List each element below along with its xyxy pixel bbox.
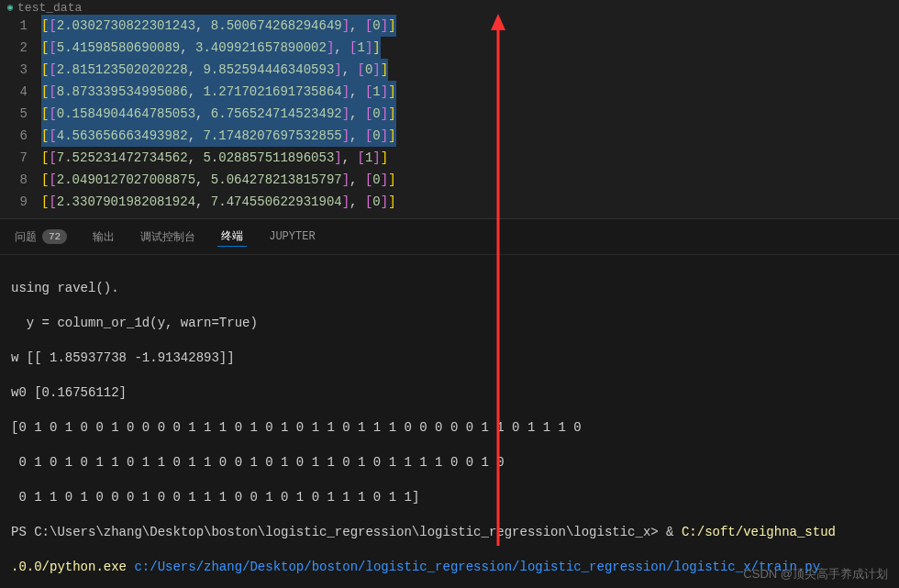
- line-gutter: 123456789: [0, 15, 41, 213]
- code-line[interactable]: [[2.3307901982081924, 7.474550622931904]…: [41, 191, 899, 213]
- gutter-number: 5: [0, 103, 28, 125]
- gutter-number: 9: [0, 191, 28, 213]
- code-line[interactable]: [[5.41598580690089, 3.409921657890002], …: [41, 37, 899, 59]
- terminal-content[interactable]: using ravel(). y = column_or_1d(y, warn=…: [0, 255, 899, 588]
- tab-title: test_data: [17, 1, 82, 15]
- gutter-number: 8: [0, 169, 28, 191]
- gutter-number: 2: [0, 37, 28, 59]
- terminal-line: y = column_or_1d(y, warn=True): [11, 315, 888, 332]
- tab-debug[interactable]: 调试控制台: [137, 227, 199, 247]
- terminal-line: PS C:\Users\zhang\Desktop\boston\logisti…: [11, 524, 888, 541]
- terminal-line: w0 [0.16756112]: [11, 384, 888, 402]
- watermark: CSDN @顶尖高手养成计划: [743, 566, 888, 582]
- problems-badge: 72: [42, 229, 67, 244]
- breadcrumb-bar: ◉ test_data: [0, 0, 899, 15]
- tab-terminal[interactable]: 终端: [217, 227, 247, 247]
- code-line[interactable]: [[2.0302730822301243, 8.500674268294649]…: [41, 15, 899, 37]
- code-line[interactable]: [[4.563656663493982, 7.1748207697532855]…: [41, 125, 899, 147]
- tab-problems-label: 问题: [15, 229, 37, 245]
- code-line[interactable]: [[8.873339534995086, 1.2717021691735864]…: [41, 81, 899, 103]
- code-line[interactable]: [[2.0490127027008875, 5.064278213815797]…: [41, 169, 899, 191]
- gutter-number: 7: [0, 147, 28, 169]
- tab-problems[interactable]: 问题 72: [11, 227, 71, 247]
- file-icon: ◉: [7, 2, 13, 13]
- terminal-line: 0 1 0 1 0 1 1 0 1 1 0 1 1 0 0 1 0 1 0 1 …: [11, 454, 888, 472]
- gutter-number: 6: [0, 125, 28, 147]
- code-line[interactable]: [[0.1584904464785053, 6.756524714523492]…: [41, 103, 899, 125]
- terminal-line: w [[ 1.85937738 -1.91342893]]: [11, 349, 888, 367]
- terminal-line: using ravel().: [11, 280, 888, 297]
- gutter-number: 1: [0, 15, 28, 37]
- gutter-number: 3: [0, 59, 28, 81]
- code-line[interactable]: [[7.525231472734562, 5.028857511896053],…: [41, 147, 899, 169]
- panel-tabs: 问题 72 输出 调试控制台 终端 JUPYTER: [0, 219, 899, 255]
- terminal-panel: 问题 72 输出 调试控制台 终端 JUPYTER using ravel().…: [0, 218, 899, 588]
- terminal-line: [0 1 0 1 0 0 1 0 0 0 0 1 1 1 0 1 0 1 0 1…: [11, 419, 888, 437]
- gutter-number: 4: [0, 81, 28, 103]
- tab-jupyter[interactable]: JUPYTER: [265, 228, 318, 245]
- code-lines[interactable]: [[2.0302730822301243, 8.500674268294649]…: [41, 15, 899, 213]
- editor-pane: ◉ test_data 123456789 [[2.03027308223012…: [0, 0, 899, 218]
- code-area[interactable]: 123456789 [[2.0302730822301243, 8.500674…: [0, 15, 899, 213]
- terminal-line: 0 1 1 0 1 0 0 0 1 0 0 1 1 1 0 0 1 0 1 0 …: [11, 489, 888, 506]
- tab-output[interactable]: 输出: [89, 227, 118, 247]
- code-line[interactable]: [[2.815123502020228, 9.852594446340593],…: [41, 59, 899, 81]
